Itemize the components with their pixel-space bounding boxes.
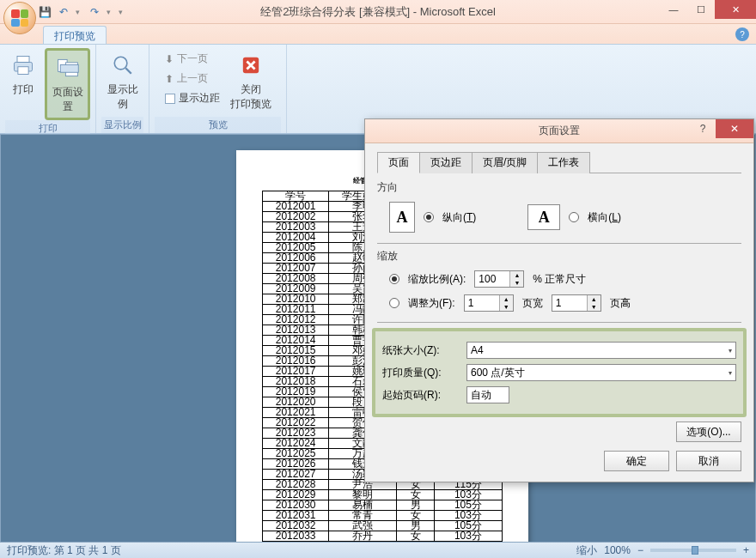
fit-wide-label: 页宽: [522, 296, 543, 311]
status-bar: 打印预览: 第 1 页 共 1 页 缩小 100% − +: [0, 543, 756, 558]
show-margins-checkbox[interactable]: 显示边距: [162, 89, 223, 107]
tab-page[interactable]: 页面: [377, 152, 420, 173]
svg-line-7: [125, 68, 131, 74]
close-button[interactable]: ✕: [715, 0, 756, 19]
magnifier-icon: [109, 52, 137, 79]
office-button[interactable]: [3, 2, 36, 34]
orientation-group: 方向 A 纵向(T) A 横向(L): [377, 180, 741, 236]
zoom-percent[interactable]: 100%: [604, 544, 631, 556]
save-icon[interactable]: 💾: [38, 5, 52, 19]
adjust-to-spinner[interactable]: ▲▼: [474, 270, 524, 288]
ok-button[interactable]: 确定: [604, 451, 669, 471]
fit-to-radio[interactable]: [389, 298, 399, 308]
fit-tall-value[interactable]: [552, 295, 587, 311]
print-button[interactable]: 打印: [5, 48, 41, 100]
dialog-help-button[interactable]: ?: [690, 119, 716, 138]
portrait-label: 纵向(T): [442, 210, 476, 225]
checkbox-icon: [165, 94, 175, 104]
tab-header-footer[interactable]: 页眉/页脚: [472, 152, 538, 173]
portrait-radio[interactable]: [424, 212, 434, 222]
maximize-button[interactable]: ☐: [687, 0, 715, 19]
fit-tall-label: 页高: [610, 296, 631, 311]
paper-size-label: 纸张大小(Z):: [382, 343, 460, 358]
printer-icon: [9, 52, 37, 79]
print-quality-value: 600 点/英寸: [471, 366, 525, 380]
landscape-label: 横向(L): [588, 210, 621, 225]
chevron-down-icon: ▾: [729, 347, 732, 355]
window-title: 经管2班综合得分表 [兼容模式] - Microsoft Excel: [260, 4, 496, 20]
tab-margins[interactable]: 页边距: [419, 152, 472, 173]
status-left: 打印预览: 第 1 页 共 1 页: [7, 543, 121, 558]
page-setup-button[interactable]: 页面设置: [45, 48, 90, 120]
qat-customize[interactable]: ▾: [119, 8, 125, 16]
svg-rect-2: [18, 67, 28, 75]
scaling-group: 缩放 缩放比例(A): ▲▼ % 正常尺寸 调整为(F): ▲▼ 页宽 ▲▼ 页…: [377, 249, 741, 315]
zoom-minus-button[interactable]: −: [637, 544, 643, 556]
chevron-down-icon: ▾: [729, 369, 732, 377]
arrow-down-icon: ⬇: [165, 53, 174, 65]
paper-section-highlight: 纸张大小(Z): A4▾ 打印质量(Q): 600 点/英寸▾ 起始页码(R):…: [372, 328, 747, 417]
adjust-to-value[interactable]: [475, 271, 509, 287]
fit-wide-value[interactable]: [465, 295, 499, 311]
print-quality-label: 打印质量(Q):: [382, 366, 460, 380]
prev-page-button: ⬆上一页: [162, 70, 223, 88]
zoom-button[interactable]: 显示比例: [101, 48, 143, 115]
landscape-icon: A: [527, 204, 560, 230]
dialog-title-bar: 页面设置 ? ✕: [365, 119, 753, 143]
preview-group-label: 预览: [155, 117, 281, 133]
tab-sheet[interactable]: 工作表: [537, 152, 590, 173]
dialog-tabs: 页面 页边距 页眉/页脚 工作表: [377, 152, 741, 173]
cancel-button[interactable]: 取消: [676, 451, 741, 471]
first-page-label: 起始页码(R):: [382, 388, 460, 403]
arrow-up-icon: ⬆: [165, 73, 174, 85]
next-page-button: ⬇下一页: [162, 50, 223, 68]
dialog-close-button[interactable]: ✕: [716, 119, 753, 138]
zoom-group-label: 显示比例: [101, 117, 143, 133]
print-label: 打印: [13, 82, 34, 97]
portrait-icon: A: [389, 202, 415, 233]
close-preview-icon: [237, 52, 265, 79]
zoom-slider[interactable]: [650, 549, 736, 552]
fit-wide-spinner[interactable]: ▲▼: [464, 294, 514, 312]
fit-to-label: 调整为(F):: [408, 296, 455, 311]
close-preview-label1: 关闭: [241, 82, 261, 97]
scaling-label: 缩放: [377, 249, 741, 264]
adjust-to-radio[interactable]: [389, 274, 399, 284]
adjust-to-suffix: % 正常尺寸: [533, 272, 586, 287]
redo-icon[interactable]: ↷: [88, 5, 101, 19]
page-setup-icon: [54, 54, 82, 82]
dialog-title: 页面设置: [539, 124, 580, 138]
paper-size-select[interactable]: A4▾: [466, 342, 736, 359]
first-page-input[interactable]: 自动: [466, 386, 509, 403]
close-preview-label2: 打印预览: [230, 97, 271, 112]
undo-dropdown[interactable]: ▾: [76, 8, 82, 16]
title-bar: 💾 ↶▾ ↷▾ ▾ 经管2班综合得分表 [兼容模式] - Microsoft E…: [0, 0, 756, 24]
print-quality-select[interactable]: 600 点/英寸▾: [466, 364, 736, 381]
tab-print-preview[interactable]: 打印预览: [43, 26, 107, 44]
first-page-value: 自动: [471, 388, 491, 403]
landscape-radio[interactable]: [569, 212, 579, 222]
options-button[interactable]: 选项(O)...: [676, 422, 741, 442]
svg-rect-5: [60, 65, 78, 73]
minimize-button[interactable]: —: [660, 0, 687, 19]
adjust-to-label: 缩放比例(A):: [408, 272, 466, 287]
paper-size-value: A4: [471, 344, 484, 356]
redo-dropdown[interactable]: ▾: [107, 8, 113, 16]
fit-tall-spinner[interactable]: ▲▼: [552, 294, 601, 312]
help-icon[interactable]: ?: [735, 27, 749, 41]
orientation-label: 方向: [377, 180, 741, 195]
close-preview-button[interactable]: 关闭 打印预览: [227, 48, 275, 115]
zoom-out-label[interactable]: 缩小: [576, 543, 597, 558]
svg-rect-0: [17, 57, 29, 63]
zoom-label: 显示比例: [105, 82, 140, 112]
svg-point-6: [114, 57, 127, 70]
undo-icon[interactable]: ↶: [57, 5, 70, 19]
zoom-thumb[interactable]: [692, 546, 698, 555]
page-setup-dialog: 页面设置 ? ✕ 页面 页边距 页眉/页脚 工作表 方向 A 纵向(T) A 横…: [364, 118, 754, 482]
page-setup-label: 页面设置: [51, 85, 84, 114]
zoom-plus-button[interactable]: +: [743, 544, 749, 556]
ribbon-tabs: 打印预览: [0, 24, 756, 45]
